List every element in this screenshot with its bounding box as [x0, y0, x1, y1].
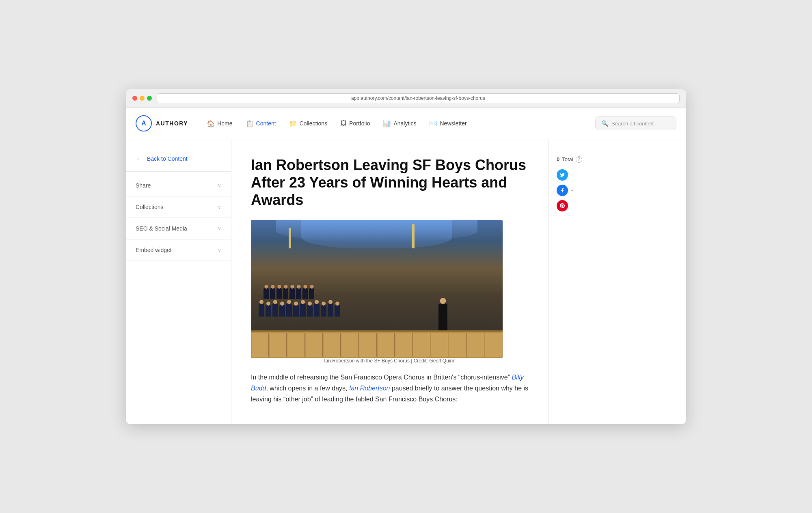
nav-content-label: Content: [256, 120, 276, 127]
choir-member: [314, 304, 320, 317]
search-placeholder: Search all content: [611, 121, 654, 127]
maximize-dot[interactable]: [147, 96, 152, 101]
total-label: Total: [562, 156, 573, 162]
address-bar[interactable]: app.authory.com/content/ian-robertson-le…: [157, 93, 680, 103]
nav-newsletter-label: Newsletter: [440, 120, 466, 127]
fence-post: [270, 333, 287, 357]
twitter-icon[interactable]: [557, 169, 568, 181]
candle-left: [289, 228, 291, 248]
fence-post: [287, 333, 304, 357]
pinterest-count: -: [571, 203, 573, 209]
collections-chevron-icon: ∨: [218, 204, 221, 210]
article-paragraph-1: In the middle of rehearsing the San Fran…: [251, 372, 529, 405]
logo-icon: A: [136, 115, 152, 131]
ian-robertson-link[interactable]: Ian Robertson: [349, 385, 390, 392]
fence-post: [413, 333, 430, 357]
twitter-row: -: [557, 169, 597, 181]
share-label: Share: [136, 182, 151, 189]
close-dot[interactable]: [132, 96, 137, 101]
article-image: [251, 220, 503, 358]
fence: [251, 330, 503, 358]
nav-newsletter[interactable]: ✉️ Newsletter: [423, 116, 472, 131]
sidebar: ← Back to Content Share ∨ Collections ∨ …: [126, 140, 231, 424]
article-content: Ian Robertson Leaving SF Boys Chorus Aft…: [231, 140, 548, 424]
choir-member-back: [276, 288, 282, 299]
logo-name: AUTHORY: [156, 120, 188, 127]
choir-member: [259, 304, 264, 317]
seo-section-toggle[interactable]: SEO & Social Media ∨: [126, 218, 231, 239]
sidebar-section-share: Share ∨: [126, 175, 231, 196]
fence-post: [467, 333, 484, 357]
choir-member-back: [302, 288, 308, 299]
back-arrow-icon: ←: [136, 155, 143, 163]
content-icon: 📋: [246, 120, 254, 127]
nav-links: 🏠 Home 📋 Content 📁 Collections 🖼 Portfol…: [201, 116, 595, 131]
search-icon: 🔍: [601, 120, 608, 127]
nav-analytics[interactable]: 📊 Analytics: [377, 116, 422, 131]
nav-home-label: Home: [217, 120, 232, 127]
choir-row-2: [263, 288, 314, 299]
embed-label: Embed widget: [136, 247, 172, 253]
browser-chrome: app.authory.com/content/ian-robertson-le…: [126, 89, 686, 108]
pinterest-icon[interactable]: [557, 200, 568, 211]
help-icon[interactable]: ?: [576, 156, 582, 163]
nav-portfolio[interactable]: 🖼 Portfolio: [335, 116, 376, 130]
choir-member: [286, 304, 292, 317]
collections-label: Collections: [136, 204, 163, 210]
fence-post: [306, 333, 323, 357]
fence-post: [449, 333, 466, 357]
logo[interactable]: A AUTHORY: [136, 115, 188, 131]
portfolio-icon: 🖼: [340, 120, 347, 127]
sidebar-section-seo: SEO & Social Media ∨: [126, 218, 231, 239]
image-caption: Ian Robertson with the SF Boys Chorus | …: [251, 358, 529, 364]
choir-member-back: [309, 288, 314, 299]
analytics-icon: 📊: [383, 120, 391, 127]
fence-post: [341, 333, 358, 357]
fence-post: [324, 333, 341, 357]
choir-member-back: [289, 288, 295, 299]
browser-dots: [132, 96, 152, 101]
choir-member-back: [296, 288, 301, 299]
nav-content[interactable]: 📋 Content: [240, 116, 282, 131]
fence-area: [251, 330, 503, 358]
fence-post: [378, 333, 395, 357]
embed-section-toggle[interactable]: Embed widget ∨: [126, 239, 231, 261]
choir-member: [321, 305, 326, 317]
nav-collections[interactable]: 📁 Collections: [283, 116, 333, 131]
home-icon: 🏠: [207, 120, 215, 127]
fence-post: [431, 333, 448, 357]
nav-collections-label: Collections: [300, 120, 327, 127]
body-text-2: , which opens in a few days,: [266, 385, 349, 392]
choir-member-back: [263, 288, 269, 299]
choir-member: [328, 304, 333, 317]
newsletter-icon: ✉️: [429, 120, 437, 127]
article-image-container: Ian Robertson with the SF Boys Chorus | …: [251, 220, 529, 364]
fence-post: [359, 333, 376, 357]
total-count-value: 0: [557, 156, 559, 162]
facebook-icon[interactable]: [557, 185, 568, 196]
nav-home[interactable]: 🏠 Home: [201, 116, 238, 131]
main-layout: ← Back to Content Share ∨ Collections ∨ …: [126, 140, 686, 424]
stained-glass-arch: [276, 220, 477, 242]
search-box[interactable]: 🔍 Search all content: [595, 116, 676, 130]
article-body: In the middle of rehearsing the San Fran…: [251, 372, 529, 405]
choir-member: [293, 305, 299, 317]
share-section-toggle[interactable]: Share ∨: [126, 175, 231, 196]
fence-post: [252, 333, 269, 357]
choir-member: [300, 304, 306, 317]
choir-member: [335, 305, 340, 317]
nav-analytics-label: Analytics: [393, 120, 416, 127]
right-panel: 0 Total ? - - -: [548, 140, 605, 424]
browser-window: app.authory.com/content/ian-robertson-le…: [126, 89, 686, 424]
conductor-head: [440, 298, 446, 304]
collections-section-toggle[interactable]: Collections ∨: [126, 196, 231, 218]
seo-chevron-icon: ∨: [218, 226, 221, 231]
back-to-content[interactable]: ← Back to Content: [126, 150, 231, 172]
article-title: Ian Robertson Leaving SF Boys Chorus Aft…: [251, 156, 529, 209]
choir-member-back: [283, 288, 288, 299]
pinterest-row: -: [557, 200, 597, 211]
minimize-dot[interactable]: [140, 96, 145, 101]
body-text-1: In the middle of rehearsing the San Fran…: [251, 374, 512, 381]
fence-post: [395, 333, 412, 357]
seo-label: SEO & Social Media: [136, 225, 187, 232]
